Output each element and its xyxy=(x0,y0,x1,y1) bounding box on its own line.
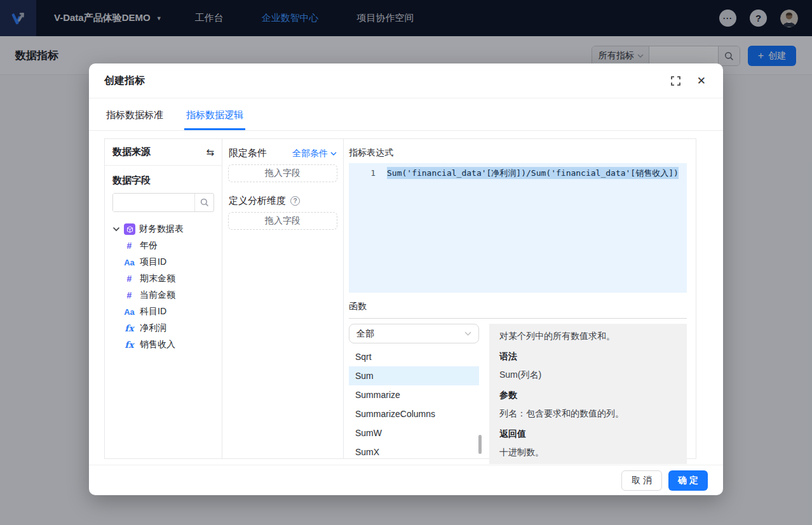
function-item-selected[interactable]: Sum xyxy=(349,366,479,385)
field-label: 科目ID xyxy=(140,306,166,317)
chevron-down-icon xyxy=(112,227,120,232)
function-category-select[interactable]: 全部 xyxy=(349,324,479,343)
fullscreen-icon[interactable] xyxy=(671,76,680,86)
modal-body: 数据来源 ⇆ 数据字段 财务数据表 # xyxy=(104,138,696,459)
modal-actions: ✕ xyxy=(671,74,706,88)
function-doc-panel: 对某个列中的所有数值求和。 语法 Sum(列名) 参数 列名：包含要求和的数值的… xyxy=(489,324,687,464)
formula-field-icon: fx xyxy=(123,340,135,350)
field-label: 期末金额 xyxy=(140,273,175,284)
function-list-scrollbar[interactable] xyxy=(478,435,482,454)
editor-line: 1 Sum('financial_data'[净利润])/Sum('financ… xyxy=(349,167,687,179)
field-label: 净利润 xyxy=(140,322,166,334)
condition-filter-dropdown[interactable]: 全部条件 xyxy=(292,148,337,159)
chevron-down-icon xyxy=(330,152,337,156)
number-field-icon: # xyxy=(123,290,135,300)
data-source-panel: 数据来源 ⇆ 数据字段 财务数据表 # xyxy=(105,139,222,458)
field-item[interactable]: fx 销售收入 xyxy=(105,336,222,353)
condition-label: 限定条件 xyxy=(229,147,267,159)
field-item[interactable]: fx 净利润 xyxy=(105,320,222,336)
formula-field-icon: fx xyxy=(123,323,135,333)
tab-metric-data-standard[interactable]: 指标数据标准 xyxy=(104,109,165,130)
modal-tabs: 指标数据标准 指标数据逻辑 xyxy=(89,98,723,131)
function-item[interactable]: SummarizeColumns xyxy=(349,404,479,423)
condition-panel: 限定条件 全部条件 拖入字段 定义分析维度 ? 拖入字段 xyxy=(222,139,344,458)
syntax-value: Sum(列名) xyxy=(499,369,677,381)
returns-heading: 返回值 xyxy=(499,429,677,440)
text-field-icon: Aa xyxy=(123,258,135,267)
expression-code: Sum('financial_data'[净利润])/Sum('financia… xyxy=(387,167,679,179)
field-label: 销售收入 xyxy=(140,339,175,350)
dimension-row: 定义分析维度 ? xyxy=(228,195,337,207)
expression-panel: 指标表达式 1 Sum('financial_data'[净利润])/Sum('… xyxy=(344,139,696,458)
swap-source-icon[interactable]: ⇆ xyxy=(206,147,214,158)
functions-divider xyxy=(349,318,687,319)
syntax-heading: 语法 xyxy=(499,351,677,362)
data-source-title: 数据来源 xyxy=(112,146,151,158)
function-item[interactable]: SumW xyxy=(349,423,479,442)
function-item[interactable]: Summarize xyxy=(349,385,479,404)
condition-row: 限定条件 全部条件 xyxy=(228,147,337,159)
modal-title: 创建指标 xyxy=(104,74,145,88)
field-item[interactable]: # 期末金额 xyxy=(105,270,222,287)
params-value: 列名：包含要求和的数值的列。 xyxy=(499,408,677,420)
field-item[interactable]: Aa 项目ID xyxy=(105,254,222,270)
functions-label: 函数 xyxy=(349,301,687,312)
expression-label: 指标表达式 xyxy=(349,147,687,159)
data-source-header: 数据来源 ⇆ xyxy=(105,139,222,166)
table-icon xyxy=(124,223,135,235)
condition-filter-value: 全部条件 xyxy=(292,148,328,159)
modal-header: 创建指标 ✕ xyxy=(89,63,723,98)
field-label: 年份 xyxy=(140,240,158,251)
field-search-box xyxy=(112,193,214,212)
field-item[interactable]: Aa 科目ID xyxy=(105,303,222,320)
number-field-icon: # xyxy=(123,274,135,284)
field-label: 项目ID xyxy=(140,256,166,268)
function-list-panel: 全部 Sqrt Sum Summarize SummarizeColumns S… xyxy=(349,324,484,464)
function-item[interactable]: Sqrt xyxy=(349,347,479,366)
text-field-icon: Aa xyxy=(123,307,135,317)
cancel-button[interactable]: 取 消 xyxy=(621,470,662,491)
modal-footer: 取 消 确 定 xyxy=(89,465,723,495)
chevron-down-icon xyxy=(464,331,471,336)
field-search-icon[interactable] xyxy=(194,194,213,211)
condition-drop-zone[interactable]: 拖入字段 xyxy=(228,164,337,182)
dimension-drop-zone[interactable]: 拖入字段 xyxy=(228,212,337,230)
table-name: 财务数据表 xyxy=(139,223,184,235)
confirm-button[interactable]: 确 定 xyxy=(668,470,708,491)
dimension-label: 定义分析维度 xyxy=(229,195,286,207)
field-label: 当前金额 xyxy=(140,289,175,301)
functions-area: 全部 Sqrt Sum Summarize SummarizeColumns S… xyxy=(349,324,687,464)
tab-metric-data-logic[interactable]: 指标数据逻辑 xyxy=(184,109,245,130)
params-heading: 参数 xyxy=(499,390,677,401)
function-category-value: 全部 xyxy=(356,328,374,340)
function-item[interactable]: SumX xyxy=(349,442,479,462)
field-tree: 财务数据表 # 年份 Aa 项目ID # 期末金额 # 当前金额 xyxy=(105,221,222,353)
function-summary: 对某个列中的所有数值求和。 xyxy=(499,331,677,342)
field-item[interactable]: # 年份 xyxy=(105,237,222,254)
create-metric-modal: 创建指标 ✕ 指标数据标准 指标数据逻辑 数据来源 ⇆ 数据字段 xyxy=(89,63,723,495)
close-icon[interactable]: ✕ xyxy=(697,74,706,88)
data-fields-title: 数据字段 xyxy=(112,175,214,187)
number-field-icon: # xyxy=(123,241,135,251)
question-circle-icon[interactable]: ? xyxy=(290,196,300,206)
returns-value: 十进制数。 xyxy=(499,447,677,458)
line-number: 1 xyxy=(349,167,376,179)
field-search-input[interactable] xyxy=(113,194,194,211)
field-item[interactable]: # 当前金额 xyxy=(105,287,222,303)
expression-editor[interactable]: 1 Sum('financial_data'[净利润])/Sum('financ… xyxy=(349,163,687,293)
function-list: Sqrt Sum Summarize SummarizeColumns SumW… xyxy=(349,347,479,462)
tree-node-table[interactable]: 财务数据表 xyxy=(105,221,222,237)
